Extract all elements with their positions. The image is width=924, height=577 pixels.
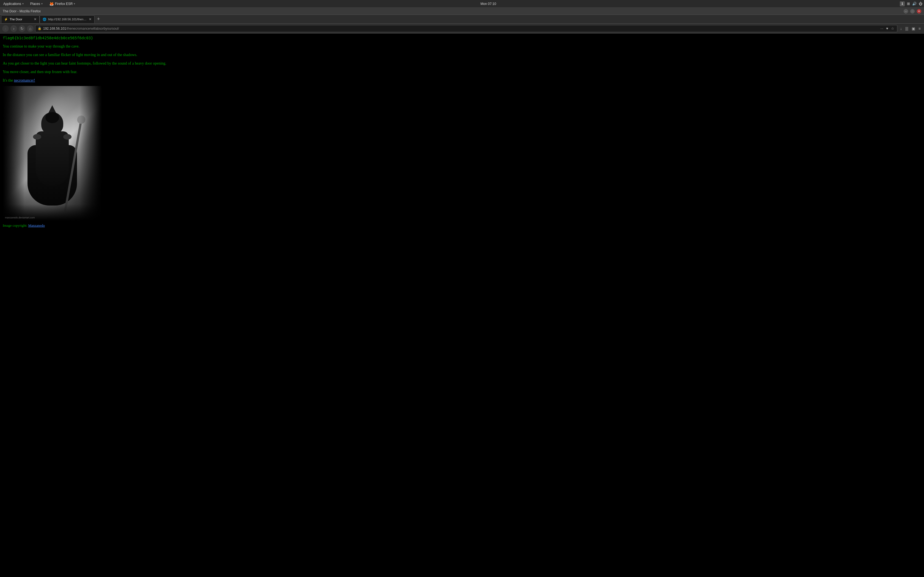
shoulder-left [33, 134, 41, 140]
image-watermark: manzanedo.deviantart.com [5, 216, 35, 219]
places-label: Places [30, 2, 40, 6]
address-actions: ··· ♥ ☆ [880, 26, 895, 31]
maximize-button[interactable]: □ [910, 9, 915, 13]
download-icon[interactable]: ↓ [899, 26, 903, 31]
figure-body [36, 131, 69, 186]
more-button[interactable]: ··· [880, 26, 884, 31]
cave-left [3, 86, 25, 221]
taskbar-left: Applications ▾ Places ▾ 🦊 Firefox ESR ▾ [2, 1, 77, 6]
necromancer-figure [25, 108, 80, 213]
firefox-icon: 🦊 [49, 2, 54, 6]
browser-window: The Door - Mozilla Firefox ─ □ ✕ ⚡ The D… [0, 8, 924, 577]
taskbar-right: 1 ⊞ 🔊 ⏻ [900, 2, 922, 6]
browser-title: The Door - Mozilla Firefox [3, 9, 41, 13]
tabs-bar: ⚡ The Door ✕ 🌐 http://192.168.56.101/the… [0, 15, 924, 24]
window-controls: ─ □ ✕ [904, 9, 921, 13]
firefox-chevron: ▾ [74, 2, 75, 5]
caption-prefix: Image copyright: [3, 223, 28, 227]
active-tab[interactable]: ⚡ The Door ✕ [1, 15, 40, 23]
figure-hood [41, 112, 63, 134]
speaker-icon: 🔊 [912, 2, 917, 6]
figure-face [45, 112, 59, 123]
bookmarks-library-icon[interactable]: ||| [904, 26, 909, 31]
applications-label: Applications [3, 2, 21, 6]
reload-button[interactable]: ↻ [19, 25, 25, 32]
necromancer-link[interactable]: necromancer! [14, 78, 35, 82]
tab2-label: http://192.168.56.101/thene... [48, 18, 87, 21]
tab-favicon: ⚡ [4, 18, 8, 21]
paragraph2: In the distance you can see a familiar f… [3, 52, 921, 58]
system-taskbar: Applications ▾ Places ▾ 🦊 Firefox ESR ▾ … [0, 0, 924, 8]
security-icon: 🔒 [38, 27, 42, 30]
workspace-indicator[interactable]: 1 [900, 2, 905, 6]
image-caption: Image copyright: Manzanedo [3, 223, 921, 228]
home-button[interactable]: ⌂ [27, 25, 34, 32]
menu-icon[interactable]: ≡ [918, 26, 922, 31]
paragraph5-prefix: It's the [3, 78, 14, 82]
applications-chevron: ▾ [22, 2, 24, 5]
applications-menu[interactable]: Applications ▾ [2, 2, 25, 6]
firefox-menu[interactable]: 🦊 Firefox ESR ▾ [48, 1, 77, 6]
shoulder-right [63, 134, 71, 140]
minimize-button[interactable]: ─ [904, 9, 908, 13]
address-path: /thenecromancerwillabsorbyoursoul/ [66, 27, 119, 31]
manzanedo-link[interactable]: Manzanedo [28, 223, 45, 227]
second-tab[interactable]: 🌐 http://192.168.56.101/thene... ✕ [40, 15, 95, 23]
network-icon: ⊞ [907, 2, 910, 6]
power-icon: ⏻ [919, 2, 922, 6]
paragraph5: It's the necromancer! [3, 77, 921, 83]
paragraph4: You move closer, and then stop frozen wi… [3, 69, 921, 75]
new-tab-button[interactable]: + [95, 15, 102, 23]
clock-display: Mon 07:10 [480, 2, 496, 6]
cave-right [80, 86, 102, 221]
necromancer-image: manzanedo.deviantart.com [3, 86, 102, 221]
firefox-label: Firefox ESR [55, 2, 73, 6]
bookmark-icon[interactable]: ☆ [890, 26, 895, 31]
close-button[interactable]: ✕ [917, 9, 921, 13]
tab2-close-button[interactable]: ✕ [89, 17, 92, 21]
toolbar-right: ↓ ||| ▣ ≡ [899, 26, 922, 31]
address-bar: ‹ › ↻ ⌂ 🔒 192.168.56.101/thenecromancerw… [0, 24, 924, 34]
flag-text: flag6{b1c3ed8f1db4258e4dcb0ce565f6dc03} [3, 36, 921, 40]
places-menu[interactable]: Places ▾ [29, 2, 44, 6]
tab-close-button[interactable]: ✕ [34, 17, 37, 21]
address-domain: 192.168.56.101 [43, 27, 66, 31]
taskbar-clock: Mon 07:10 [79, 2, 898, 6]
back-button[interactable]: ‹ [2, 25, 9, 32]
paragraph1: You continue to make your way through th… [3, 44, 921, 49]
places-chevron: ▾ [41, 2, 43, 5]
forward-button[interactable]: › [10, 25, 17, 32]
pocket-icon[interactable]: ♥ [885, 26, 889, 31]
address-text: 192.168.56.101/thenecromancerwillabsorby… [43, 27, 878, 31]
page-content: flag6{b1c3ed8f1db4258e4dcb0ce565f6dc03} … [0, 34, 924, 577]
sidebar-icon[interactable]: ▣ [911, 26, 916, 31]
tab-label: The Door [10, 18, 22, 21]
paragraph3: As you get closer to the light you can h… [3, 60, 921, 66]
address-input[interactable]: 🔒 192.168.56.101/thenecromancerwillabsor… [35, 25, 897, 32]
tab2-favicon: 🌐 [43, 18, 47, 21]
browser-titlebar: The Door - Mozilla Firefox ─ □ ✕ [0, 8, 924, 15]
